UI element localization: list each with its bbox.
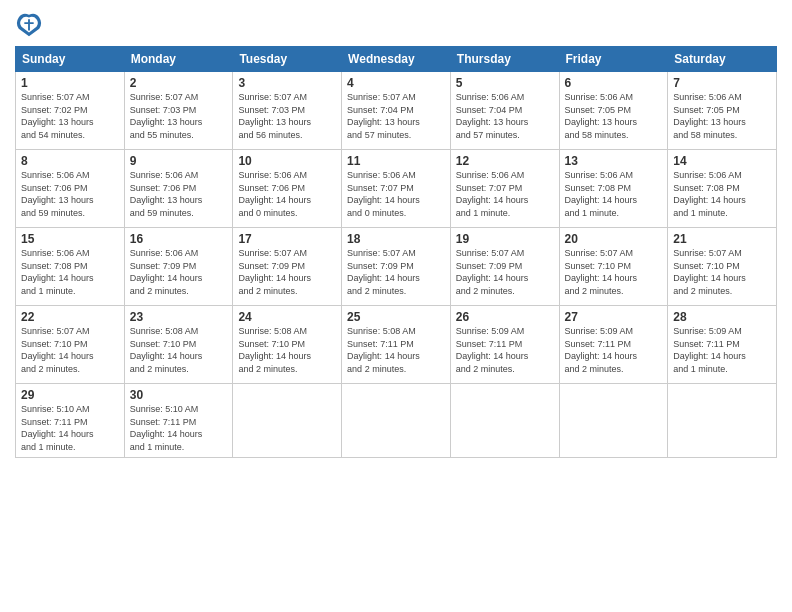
day-info: Sunrise: 5:08 AM Sunset: 7:11 PM Dayligh… bbox=[347, 325, 445, 375]
calendar-cell: 11Sunrise: 5:06 AM Sunset: 7:07 PM Dayli… bbox=[342, 150, 451, 228]
day-number: 14 bbox=[673, 154, 771, 168]
calendar-cell: 1Sunrise: 5:07 AM Sunset: 7:02 PM Daylig… bbox=[16, 72, 125, 150]
calendar-cell: 23Sunrise: 5:08 AM Sunset: 7:10 PM Dayli… bbox=[124, 306, 233, 384]
calendar-cell: 12Sunrise: 5:06 AM Sunset: 7:07 PM Dayli… bbox=[450, 150, 559, 228]
weekday-header-sunday: Sunday bbox=[16, 47, 125, 72]
day-info: Sunrise: 5:06 AM Sunset: 7:05 PM Dayligh… bbox=[673, 91, 771, 141]
calendar-cell: 14Sunrise: 5:06 AM Sunset: 7:08 PM Dayli… bbox=[668, 150, 777, 228]
day-info: Sunrise: 5:06 AM Sunset: 7:04 PM Dayligh… bbox=[456, 91, 554, 141]
day-number: 8 bbox=[21, 154, 119, 168]
day-number: 25 bbox=[347, 310, 445, 324]
day-info: Sunrise: 5:06 AM Sunset: 7:09 PM Dayligh… bbox=[130, 247, 228, 297]
week-row-3: 15Sunrise: 5:06 AM Sunset: 7:08 PM Dayli… bbox=[16, 228, 777, 306]
day-info: Sunrise: 5:06 AM Sunset: 7:07 PM Dayligh… bbox=[347, 169, 445, 219]
day-info: Sunrise: 5:06 AM Sunset: 7:06 PM Dayligh… bbox=[238, 169, 336, 219]
calendar-cell: 24Sunrise: 5:08 AM Sunset: 7:10 PM Dayli… bbox=[233, 306, 342, 384]
day-info: Sunrise: 5:06 AM Sunset: 7:08 PM Dayligh… bbox=[21, 247, 119, 297]
weekday-header-thursday: Thursday bbox=[450, 47, 559, 72]
day-number: 2 bbox=[130, 76, 228, 90]
day-number: 1 bbox=[21, 76, 119, 90]
day-number: 11 bbox=[347, 154, 445, 168]
day-number: 15 bbox=[21, 232, 119, 246]
day-info: Sunrise: 5:06 AM Sunset: 7:06 PM Dayligh… bbox=[21, 169, 119, 219]
day-info: Sunrise: 5:07 AM Sunset: 7:09 PM Dayligh… bbox=[238, 247, 336, 297]
header bbox=[15, 10, 777, 38]
calendar-cell: 4Sunrise: 5:07 AM Sunset: 7:04 PM Daylig… bbox=[342, 72, 451, 150]
day-number: 16 bbox=[130, 232, 228, 246]
day-number: 6 bbox=[565, 76, 663, 90]
day-number: 13 bbox=[565, 154, 663, 168]
day-info: Sunrise: 5:07 AM Sunset: 7:10 PM Dayligh… bbox=[21, 325, 119, 375]
page: SundayMondayTuesdayWednesdayThursdayFrid… bbox=[0, 0, 792, 612]
calendar-cell: 13Sunrise: 5:06 AM Sunset: 7:08 PM Dayli… bbox=[559, 150, 668, 228]
day-info: Sunrise: 5:06 AM Sunset: 7:07 PM Dayligh… bbox=[456, 169, 554, 219]
day-info: Sunrise: 5:07 AM Sunset: 7:10 PM Dayligh… bbox=[565, 247, 663, 297]
day-info: Sunrise: 5:07 AM Sunset: 7:03 PM Dayligh… bbox=[130, 91, 228, 141]
calendar-cell: 22Sunrise: 5:07 AM Sunset: 7:10 PM Dayli… bbox=[16, 306, 125, 384]
calendar-cell: 9Sunrise: 5:06 AM Sunset: 7:06 PM Daylig… bbox=[124, 150, 233, 228]
day-info: Sunrise: 5:07 AM Sunset: 7:09 PM Dayligh… bbox=[347, 247, 445, 297]
day-number: 19 bbox=[456, 232, 554, 246]
day-info: Sunrise: 5:06 AM Sunset: 7:06 PM Dayligh… bbox=[130, 169, 228, 219]
week-row-4: 22Sunrise: 5:07 AM Sunset: 7:10 PM Dayli… bbox=[16, 306, 777, 384]
day-number: 18 bbox=[347, 232, 445, 246]
day-number: 29 bbox=[21, 388, 119, 402]
week-row-2: 8Sunrise: 5:06 AM Sunset: 7:06 PM Daylig… bbox=[16, 150, 777, 228]
calendar-cell bbox=[668, 384, 777, 458]
day-number: 21 bbox=[673, 232, 771, 246]
day-info: Sunrise: 5:10 AM Sunset: 7:11 PM Dayligh… bbox=[21, 403, 119, 453]
day-info: Sunrise: 5:08 AM Sunset: 7:10 PM Dayligh… bbox=[238, 325, 336, 375]
calendar-cell: 6Sunrise: 5:06 AM Sunset: 7:05 PM Daylig… bbox=[559, 72, 668, 150]
calendar-cell: 29Sunrise: 5:10 AM Sunset: 7:11 PM Dayli… bbox=[16, 384, 125, 458]
weekday-header-friday: Friday bbox=[559, 47, 668, 72]
calendar-cell bbox=[342, 384, 451, 458]
day-number: 27 bbox=[565, 310, 663, 324]
day-info: Sunrise: 5:07 AM Sunset: 7:02 PM Dayligh… bbox=[21, 91, 119, 141]
day-number: 7 bbox=[673, 76, 771, 90]
calendar-cell: 8Sunrise: 5:06 AM Sunset: 7:06 PM Daylig… bbox=[16, 150, 125, 228]
day-info: Sunrise: 5:09 AM Sunset: 7:11 PM Dayligh… bbox=[673, 325, 771, 375]
day-number: 24 bbox=[238, 310, 336, 324]
day-number: 4 bbox=[347, 76, 445, 90]
day-number: 20 bbox=[565, 232, 663, 246]
day-number: 9 bbox=[130, 154, 228, 168]
day-info: Sunrise: 5:07 AM Sunset: 7:10 PM Dayligh… bbox=[673, 247, 771, 297]
day-number: 23 bbox=[130, 310, 228, 324]
calendar-table: SundayMondayTuesdayWednesdayThursdayFrid… bbox=[15, 46, 777, 458]
day-number: 28 bbox=[673, 310, 771, 324]
day-info: Sunrise: 5:06 AM Sunset: 7:08 PM Dayligh… bbox=[565, 169, 663, 219]
logo bbox=[15, 10, 47, 38]
calendar-cell: 15Sunrise: 5:06 AM Sunset: 7:08 PM Dayli… bbox=[16, 228, 125, 306]
day-info: Sunrise: 5:07 AM Sunset: 7:09 PM Dayligh… bbox=[456, 247, 554, 297]
day-number: 26 bbox=[456, 310, 554, 324]
weekday-header-wednesday: Wednesday bbox=[342, 47, 451, 72]
calendar-cell: 28Sunrise: 5:09 AM Sunset: 7:11 PM Dayli… bbox=[668, 306, 777, 384]
day-number: 3 bbox=[238, 76, 336, 90]
calendar-cell bbox=[450, 384, 559, 458]
calendar-cell bbox=[559, 384, 668, 458]
calendar-cell: 25Sunrise: 5:08 AM Sunset: 7:11 PM Dayli… bbox=[342, 306, 451, 384]
day-info: Sunrise: 5:07 AM Sunset: 7:03 PM Dayligh… bbox=[238, 91, 336, 141]
calendar-cell bbox=[233, 384, 342, 458]
calendar-cell: 17Sunrise: 5:07 AM Sunset: 7:09 PM Dayli… bbox=[233, 228, 342, 306]
day-number: 12 bbox=[456, 154, 554, 168]
calendar-cell: 5Sunrise: 5:06 AM Sunset: 7:04 PM Daylig… bbox=[450, 72, 559, 150]
calendar-cell: 26Sunrise: 5:09 AM Sunset: 7:11 PM Dayli… bbox=[450, 306, 559, 384]
calendar-cell: 27Sunrise: 5:09 AM Sunset: 7:11 PM Dayli… bbox=[559, 306, 668, 384]
day-number: 17 bbox=[238, 232, 336, 246]
day-number: 10 bbox=[238, 154, 336, 168]
calendar-cell: 10Sunrise: 5:06 AM Sunset: 7:06 PM Dayli… bbox=[233, 150, 342, 228]
weekday-header-row: SundayMondayTuesdayWednesdayThursdayFrid… bbox=[16, 47, 777, 72]
day-number: 22 bbox=[21, 310, 119, 324]
day-info: Sunrise: 5:06 AM Sunset: 7:05 PM Dayligh… bbox=[565, 91, 663, 141]
calendar-cell: 19Sunrise: 5:07 AM Sunset: 7:09 PM Dayli… bbox=[450, 228, 559, 306]
calendar-cell: 21Sunrise: 5:07 AM Sunset: 7:10 PM Dayli… bbox=[668, 228, 777, 306]
calendar-cell: 3Sunrise: 5:07 AM Sunset: 7:03 PM Daylig… bbox=[233, 72, 342, 150]
day-info: Sunrise: 5:09 AM Sunset: 7:11 PM Dayligh… bbox=[565, 325, 663, 375]
calendar-cell: 2Sunrise: 5:07 AM Sunset: 7:03 PM Daylig… bbox=[124, 72, 233, 150]
week-row-5: 29Sunrise: 5:10 AM Sunset: 7:11 PM Dayli… bbox=[16, 384, 777, 458]
calendar-cell: 18Sunrise: 5:07 AM Sunset: 7:09 PM Dayli… bbox=[342, 228, 451, 306]
calendar-cell: 7Sunrise: 5:06 AM Sunset: 7:05 PM Daylig… bbox=[668, 72, 777, 150]
calendar-cell: 30Sunrise: 5:10 AM Sunset: 7:11 PM Dayli… bbox=[124, 384, 233, 458]
day-info: Sunrise: 5:07 AM Sunset: 7:04 PM Dayligh… bbox=[347, 91, 445, 141]
